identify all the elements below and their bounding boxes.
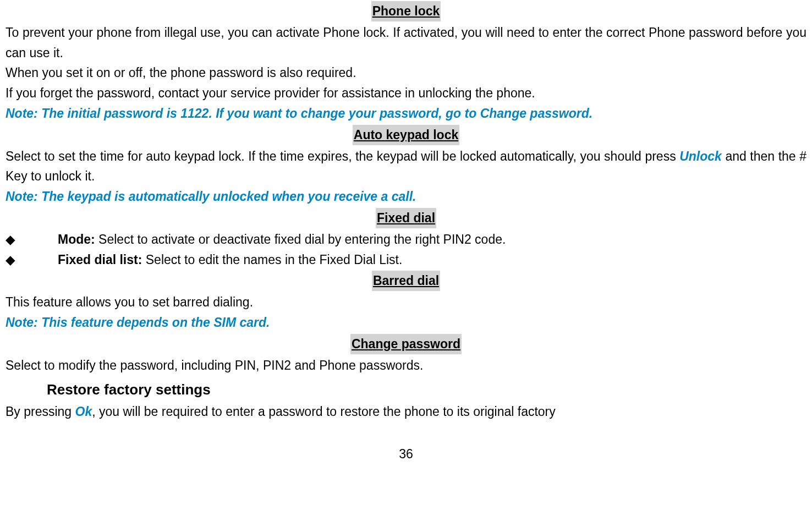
- heading-barred-dial-wrapper: Barred dial: [6, 271, 806, 291]
- auto-keypad-para-1: Select to set the time for auto keypad l…: [6, 146, 806, 187]
- bullet-text: Select to edit the names in the Fixed Di…: [142, 253, 402, 267]
- document-page: Phone lock To prevent your phone from il…: [6, 1, 806, 464]
- auto-keypad-highlight-unlock: Unlock: [679, 149, 722, 163]
- bullet-label: Fixed dial list:: [58, 253, 142, 267]
- bullet-diamond-icon: ◆: [6, 250, 58, 270]
- heading-phone-lock: Phone lock: [371, 1, 441, 21]
- phone-lock-para-2: When you set it on or off, the phone pas…: [6, 63, 806, 83]
- fixed-dial-bullet-1: ◆ Mode: Select to activate or deactivate…: [6, 229, 806, 250]
- heading-auto-keypad: Auto keypad lock: [353, 125, 459, 145]
- bullet-diamond-icon: ◆: [6, 229, 58, 250]
- phone-lock-note: Note: The initial password is 1122. If y…: [6, 103, 806, 124]
- bullet-label: Mode:: [58, 232, 95, 246]
- auto-keypad-text-a: Select to set the time for auto keypad l…: [6, 149, 679, 163]
- restore-text-a: By pressing: [6, 404, 75, 419]
- phone-lock-para-3: If you forget the password, contact your…: [6, 83, 806, 103]
- change-password-para: Select to modify the password, including…: [6, 355, 806, 376]
- bullet-content: Fixed dial list: Select to edit the name…: [58, 250, 806, 270]
- bullet-text: Select to activate or deactivate fixed d…: [95, 232, 506, 246]
- restore-text-c: , you will be required to enter a passwo…: [92, 404, 556, 419]
- auto-keypad-note: Note: The keypad is automatically unlock…: [6, 187, 806, 207]
- bullet-content: Mode: Select to activate or deactivate f…: [58, 229, 806, 250]
- heading-phone-lock-wrapper: Phone lock: [6, 1, 806, 21]
- restore-highlight-ok: Ok: [75, 404, 92, 419]
- heading-barred-dial: Barred dial: [372, 271, 440, 291]
- restore-para: By pressing Ok, you will be required to …: [6, 402, 806, 422]
- fixed-dial-bullet-2: ◆ Fixed dial list: Select to edit the na…: [6, 250, 806, 270]
- phone-lock-para-1: To prevent your phone from illegal use, …: [6, 23, 806, 63]
- heading-fixed-dial-wrapper: Fixed dial: [6, 208, 806, 228]
- heading-change-password: Change password: [350, 334, 462, 354]
- page-number: 36: [6, 444, 806, 464]
- heading-change-password-wrapper: Change password: [6, 334, 806, 354]
- heading-auto-keypad-wrapper: Auto keypad lock: [6, 125, 806, 145]
- heading-fixed-dial: Fixed dial: [376, 208, 436, 228]
- barred-dial-para: This feature allows you to set barred di…: [6, 292, 806, 312]
- heading-restore-factory: Restore factory settings: [47, 379, 806, 402]
- barred-dial-note: Note: This feature depends on the SIM ca…: [6, 312, 806, 333]
